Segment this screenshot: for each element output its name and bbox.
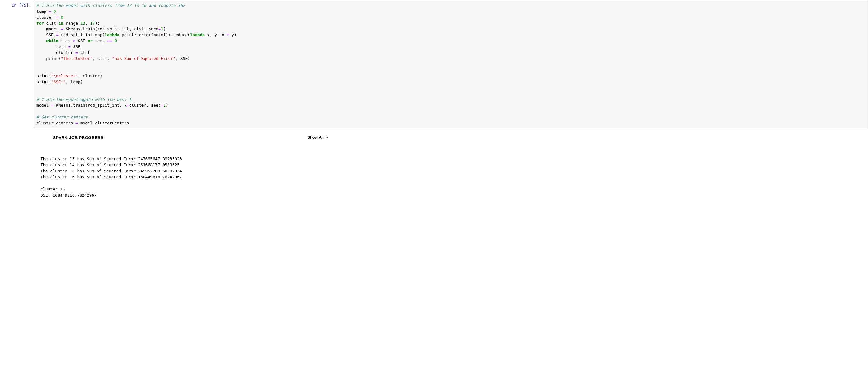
- code-input[interactable]: # Train the model with clusters from 13 …: [34, 1, 868, 128]
- show-all-button[interactable]: Show All: [308, 135, 329, 140]
- stdout-line: The cluster 14 has Sum of Squared Error …: [40, 163, 180, 167]
- code-cell: In [75]: # Train the model with clusters…: [0, 1, 868, 128]
- caret-down-icon: [326, 137, 329, 138]
- stdout-line: The cluster 16 has Sum of Squared Error …: [40, 175, 182, 179]
- input-prompt: In [75]:: [0, 1, 34, 10]
- stdout-line: cluster 16: [40, 187, 65, 192]
- stdout-output: The cluster 13 has Sum of Squared Error …: [40, 156, 868, 199]
- prompt-in-label: In: [11, 3, 17, 7]
- show-all-label: Show All: [308, 135, 324, 140]
- stdout-line: The cluster 13 has Sum of Squared Error …: [40, 156, 182, 161]
- stdout-line: The cluster 15 has Sum of Squared Error …: [40, 169, 182, 173]
- notebook-cell: In [75]: # Train the model with clusters…: [0, 1, 868, 208]
- stdout-line: SSE: 168449816.78242967: [40, 193, 97, 198]
- prompt-execution-count: 75: [22, 3, 27, 7]
- spark-job-progress-title: SPARK JOB PROGRESS: [53, 135, 103, 140]
- spark-job-progress-bar: SPARK JOB PROGRESS Show All: [53, 135, 329, 142]
